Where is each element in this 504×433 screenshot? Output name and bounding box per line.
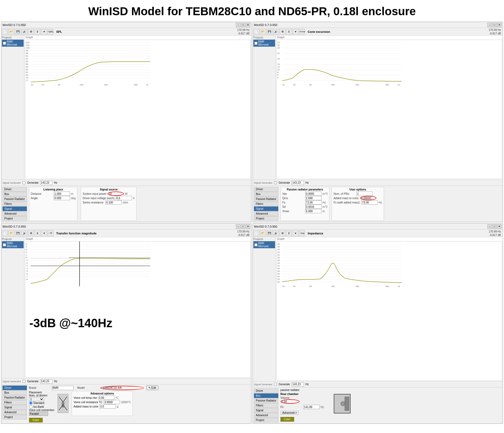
new-btn[interactable]: 📄 — [2, 29, 8, 35]
project-checkbox-cone[interactable]: ✓ — [254, 42, 257, 45]
fs-added-mass-input[interactable] — [361, 200, 378, 205]
minimize-btn-cone[interactable]: – — [487, 23, 492, 27]
qms-input[interactable] — [305, 196, 322, 200]
project-item-cone[interactable]: ✓ BMR Microsat — [253, 40, 275, 47]
xmax-input[interactable] — [305, 209, 322, 213]
cone-mode-btn[interactable]: ~Cone — [299, 29, 305, 35]
sys-power-input[interactable] — [108, 192, 124, 196]
gen-freq-input-spl[interactable] — [40, 181, 52, 185]
num-prs-input[interactable] — [356, 192, 373, 196]
tab-pr-imp[interactable]: Passive Radiator — [254, 398, 278, 403]
tab-filters-tf[interactable]: Filters — [2, 400, 27, 405]
win-spl-controls[interactable]: – □ ✕ — [236, 23, 250, 27]
distance-input[interactable] — [54, 192, 70, 196]
tab-driver-spl[interactable]: Driver — [2, 187, 27, 192]
project-item-imp[interactable]: ✓ BMR Microsat — [253, 241, 275, 248]
gen-freq-input-cone[interactable] — [292, 181, 304, 185]
tab-advanced-tf[interactable]: Advanced — [2, 410, 27, 415]
win-cone-controls[interactable]: – □ ✕ — [487, 23, 502, 27]
open-btn-imp[interactable]: 📂 — [260, 230, 266, 236]
gen-freq-input-imp[interactable] — [292, 382, 304, 387]
project-item-tf[interactable]: ✓ BMR Microsat — [2, 241, 24, 248]
num-drivers-select[interactable]: 1 — [29, 397, 44, 401]
close-btn-imp[interactable]: ✕ — [497, 224, 502, 229]
open-btn[interactable]: 📂 — [8, 29, 14, 35]
tab-driver-tf[interactable]: Driver — [2, 386, 27, 390]
save-btn-tf[interactable]: 💾 — [15, 230, 21, 236]
new-btn-tf[interactable]: 📄 — [2, 230, 8, 236]
open-btn-tf[interactable]: 📂 — [8, 230, 14, 236]
win-imp-controls[interactable]: – □ ✕ — [487, 224, 502, 229]
brand-input[interactable] — [52, 386, 74, 390]
gen-checkbox-tf[interactable] — [23, 380, 26, 383]
tab-box-tf[interactable]: Box — [2, 390, 27, 395]
tab-advanced-spl[interactable]: Advanced — [2, 211, 27, 216]
radio-standard-input[interactable] — [29, 401, 33, 405]
gen-freq-input-tf[interactable] — [40, 379, 52, 384]
tab-signal-cone[interactable]: Signal — [254, 206, 278, 211]
tab-driver-imp[interactable]: Driver — [254, 389, 278, 393]
close-btn[interactable]: ✕ — [246, 23, 250, 27]
tab-signal-spl[interactable]: Signal — [2, 206, 27, 211]
save-btn-cone[interactable]: 💾 — [266, 29, 272, 35]
minimize-btn-tf[interactable]: – — [236, 224, 240, 229]
sd-input[interactable] — [305, 205, 322, 209]
model-input[interactable] — [100, 386, 144, 390]
color-btn-tf[interactable]: Color — [29, 418, 43, 422]
gen-checkbox-imp[interactable] — [274, 383, 277, 386]
speaker-btn-tf[interactable]: 🔊 — [21, 230, 27, 236]
tab-advanced-cone[interactable]: Advanced — [254, 211, 278, 216]
tab-box-cone[interactable]: Box — [254, 192, 278, 196]
tab-signal-tf[interactable]: Signal — [2, 405, 27, 410]
tab-driver-cone[interactable]: Driver — [254, 187, 278, 192]
tab-pr-tf[interactable]: Passive Radiator — [2, 395, 27, 400]
minimize-btn[interactable]: – — [236, 23, 240, 27]
dropdown-btn-imp[interactable]: ▾ — [292, 230, 298, 236]
tab-box-imp[interactable]: Box — [254, 393, 278, 398]
project-item-spl[interactable]: ✓ BMR Microsat — [2, 40, 24, 47]
maximize-btn-imp[interactable]: □ — [492, 224, 497, 229]
new-btn-imp[interactable]: 📄 — [253, 230, 259, 236]
spl-mode-btn[interactable]: ~SPL — [48, 29, 53, 35]
settings-btn-cone[interactable]: ⚙ — [279, 29, 285, 35]
fh-input[interactable] — [303, 405, 320, 409]
save-btn-imp[interactable]: 💾 — [266, 230, 272, 236]
info-btn[interactable]: ℹ — [34, 29, 40, 35]
settings-btn-tf[interactable]: ⚙ — [28, 230, 34, 236]
tf-mode-btn[interactable]: ~TF — [48, 230, 53, 236]
new-btn-cone[interactable]: 📄 — [253, 29, 259, 35]
win-tf-controls[interactable]: – □ ✕ — [236, 224, 250, 229]
dropdown-btn[interactable]: ▾ — [41, 29, 47, 35]
fs-input[interactable] — [305, 200, 322, 205]
voice-coil-conn-input[interactable] — [29, 412, 48, 416]
dropdown-btn-tf[interactable]: ▾ — [41, 230, 47, 236]
gen-checkbox-cone[interactable] — [274, 181, 277, 184]
tab-filters-imp[interactable]: Filters — [254, 403, 278, 408]
project-checkbox-imp[interactable]: ✓ — [254, 243, 257, 246]
added-mass-input[interactable] — [360, 196, 376, 200]
dropdown-btn-cone[interactable]: ▾ — [292, 29, 298, 35]
vc-temp-rise-input[interactable] — [98, 396, 114, 400]
advanced-link-btn[interactable]: Advanced-> — [281, 411, 299, 415]
tab-project-cone[interactable]: Project — [254, 216, 278, 221]
close-btn-cone[interactable]: ✕ — [497, 23, 502, 27]
edit-btn[interactable]: ✎ Edit — [146, 386, 158, 390]
speaker-btn-cone[interactable]: 🔊 — [273, 29, 279, 35]
added-mass-cone-input[interactable] — [99, 404, 116, 409]
speaker-btn[interactable]: 🔊 — [21, 29, 27, 35]
tab-project-spl[interactable]: Project — [2, 216, 27, 221]
project-checkbox-tf[interactable]: ✓ — [3, 243, 6, 246]
radio-isobarik-input[interactable] — [29, 405, 33, 409]
maximize-btn-cone[interactable]: □ — [492, 23, 497, 27]
imp-mode-btn[interactable]: ~Imp — [299, 230, 305, 236]
close-btn-tf[interactable]: ✕ — [246, 224, 250, 229]
tab-project-imp[interactable]: Project — [254, 418, 278, 422]
save-btn[interactable]: 💾 — [15, 29, 21, 35]
tab-filters-spl[interactable]: Filters — [2, 202, 27, 206]
color-btn-imp[interactable]: Color — [281, 417, 294, 422]
driver-voltage-input[interactable] — [116, 196, 132, 200]
tab-project-tf[interactable]: Project — [2, 415, 27, 419]
tab-pr-spl[interactable]: Passive Radiator — [2, 197, 27, 201]
minimize-btn-imp[interactable]: – — [487, 224, 492, 229]
tab-advanced-imp[interactable]: Advanced — [254, 413, 278, 418]
